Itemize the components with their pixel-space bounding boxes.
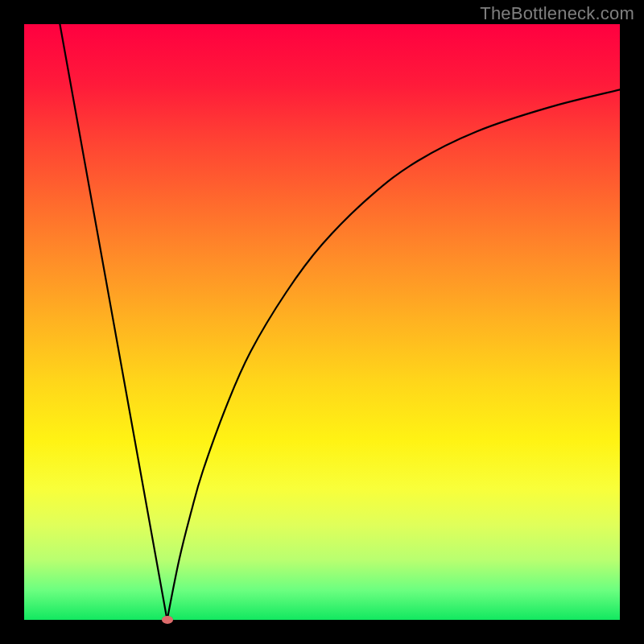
bottleneck-curve (60, 24, 620, 620)
plot-area (24, 24, 620, 620)
chart-container: TheBottleneck.com (0, 0, 644, 644)
watermark-label: TheBottleneck.com (480, 3, 634, 24)
optimum-marker (162, 616, 173, 624)
curve-svg (24, 24, 620, 620)
